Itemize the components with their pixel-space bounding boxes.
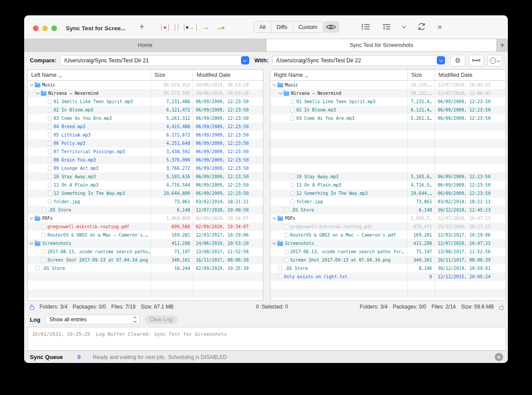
folder-row[interactable]: PDFs1,045,7…12/07/2020, 10:47:23 bbox=[270, 214, 506, 223]
file-row[interactable]: folder.jpg73,86103/02/2014, 18:21:11 bbox=[270, 198, 506, 206]
empty-row bbox=[270, 147, 506, 156]
file-row[interactable]: 08 Drain You.mp35,376,00006/09/2009, 12:… bbox=[28, 156, 263, 164]
file-row[interactable]: 12 Something In The Way.mp329,644,…06/09… bbox=[270, 189, 506, 198]
folder-row[interactable]: Music85,579,91324/06/2019, 20:53:20 bbox=[28, 81, 263, 89]
file-row[interactable]: 06 Polly.mp34,251,64806/09/2009, 12:23:5… bbox=[28, 139, 263, 147]
file-row[interactable]: gregsowell-mikrotik-routing.pdf876,47115… bbox=[270, 223, 506, 231]
left-path-dropdown-button[interactable] bbox=[241, 56, 249, 65]
file-row[interactable]: Screen Shot 2017-09-13 at 07.04.34.png34… bbox=[270, 256, 506, 264]
tab-active-document[interactable]: Sync Test for Screenshots bbox=[266, 39, 496, 51]
add-document-button[interactable]: + bbox=[139, 22, 144, 32]
close-queue-button[interactable]: × bbox=[495, 353, 503, 361]
file-row[interactable]: 2017-08-13, xcode runtime search paths…7… bbox=[28, 248, 263, 256]
file-row[interactable]: 03 Come As You Are.mp35,261,3…06/09/2009… bbox=[270, 114, 506, 122]
file-icon bbox=[48, 149, 52, 154]
file-row[interactable]: Only exists on right.txt012/12/2015, 20:… bbox=[270, 273, 506, 281]
left-size-column-header[interactable]: Size bbox=[151, 70, 193, 80]
item-size: 4,716,5… bbox=[407, 181, 435, 189]
disclosure-triangle-icon[interactable] bbox=[273, 241, 276, 244]
file-icon bbox=[42, 249, 46, 254]
disclosure-triangle-icon[interactable] bbox=[273, 83, 276, 86]
disclosure-triangle-icon[interactable] bbox=[36, 91, 40, 94]
item-date bbox=[193, 281, 263, 289]
folder-row[interactable]: Screenshots411,29824/06/2019, 20:53:20 bbox=[28, 239, 263, 248]
flat-list-icon[interactable] bbox=[361, 23, 370, 30]
file-row[interactable]: 07 Territorial Pissings.mp33,438,59206/0… bbox=[28, 147, 263, 156]
file-row[interactable]: 01 Smells Like Teen Spirit.mp37,231,4880… bbox=[28, 97, 263, 106]
trial-sync-icon[interactable] bbox=[175, 24, 178, 31]
disclosure-triangle-icon[interactable] bbox=[30, 241, 33, 244]
right-path-field[interactable]: /Users/craig/Sync Tests/Test Dir 22 bbox=[272, 55, 447, 66]
folder-row[interactable]: Nirvana – Nevermind85,573,76524/06/2019,… bbox=[28, 89, 263, 97]
file-row[interactable]: 11 On A Plain.mp34,716,54406/09/2009, 12… bbox=[28, 181, 263, 189]
left-date-column-header[interactable]: Modified Date bbox=[193, 70, 263, 80]
chevron-down-icon[interactable] bbox=[402, 24, 406, 28]
file-row[interactable]: .DS_Store10,24402/09/2020, 19:35:39 bbox=[28, 264, 263, 273]
segment-custom[interactable]: Custom bbox=[293, 22, 323, 32]
folder-row[interactable]: Screenshots411,29812/07/2020, 10:47:23 bbox=[270, 239, 506, 248]
file-row[interactable]: 2017-08-13, xcode runtime search paths f… bbox=[270, 248, 506, 256]
file-row[interactable]: 10 Stay Away.mp35,103,61606/09/2009, 12:… bbox=[28, 172, 263, 181]
disclosure-triangle-icon[interactable] bbox=[273, 216, 276, 219]
lock-closed-icon[interactable] bbox=[30, 306, 34, 310]
segment-diffs[interactable]: Diffs bbox=[271, 22, 293, 32]
segment-all[interactable]: All bbox=[254, 22, 271, 32]
file-row[interactable]: .DS_Store6,14830/12/2019, 12:45:23 bbox=[270, 206, 506, 214]
file-row[interactable]: 12 Something In The Way.mp329,644,80006/… bbox=[28, 189, 263, 198]
file-row[interactable]: .DS_Store6,14812/07/2020, 10:40:50 bbox=[28, 206, 263, 214]
swap-targets-button[interactable]: >=< bbox=[469, 55, 484, 66]
right-path-dropdown-button[interactable] bbox=[437, 56, 445, 65]
disclosure-triangle-icon[interactable] bbox=[30, 83, 33, 86]
left-path-field[interactable]: /Users/craig/Sync Tests/Test Dir 21 bbox=[60, 55, 251, 66]
file-row[interactable]: 09 Lounge Act.mp33,766,27206/09/2009, 12… bbox=[28, 164, 263, 172]
file-row[interactable]: 03 Come As You Are.mp35,261,31206/09/200… bbox=[28, 114, 263, 122]
folder-row[interactable]: Nirvana – Nevermind58,153,…12/07/2020, 1… bbox=[270, 89, 506, 97]
file-row[interactable]: folder.jpg73,86103/02/2014, 18:21:11 bbox=[28, 198, 263, 206]
file-row[interactable]: 11 On A Plain.mp34,716,5…06/09/2009, 12:… bbox=[270, 181, 506, 189]
copy-left-to-right-icon[interactable]: → bbox=[184, 24, 197, 31]
name-cell: Only exists on right.txt bbox=[270, 273, 407, 281]
right-name-column-header[interactable]: Right Name bbox=[270, 70, 407, 80]
log-output[interactable]: 16/01/2021, 10:25:25 Log Buffer Cleared:… bbox=[27, 327, 506, 351]
clear-log-button[interactable]: Clear Log bbox=[145, 315, 177, 324]
zoom-window-button[interactable] bbox=[51, 25, 57, 31]
file-icon bbox=[48, 116, 52, 121]
force-sync-right-icon[interactable]: →» bbox=[216, 24, 225, 31]
more-actions-button[interactable]: … bbox=[487, 55, 502, 66]
file-row[interactable]: .DS_Store8,19630/12/2019, 10:59:01 bbox=[270, 264, 506, 273]
disclosure-triangle-icon[interactable] bbox=[279, 91, 282, 94]
name-cell: gregsowell-mikrotik-routing.pdf bbox=[270, 223, 407, 231]
tab-home[interactable]: Home bbox=[24, 39, 266, 51]
file-row[interactable]: 04 Breed.mp34,415,48806/09/2009, 12:23:5… bbox=[28, 122, 263, 131]
tab-add-button[interactable]: + bbox=[496, 39, 508, 51]
right-date-column-header[interactable]: Modified Date bbox=[435, 70, 506, 80]
name-cell: 02 In Bloom.mp3 bbox=[270, 106, 407, 114]
item-size: 169,281 bbox=[151, 231, 193, 239]
file-row[interactable]: RouterOS & GNS3 on a Mac – Cameron's.pdf… bbox=[270, 231, 506, 239]
file-row[interactable]: RouterOS & GNS3 on a Mac – Cameron's.…16… bbox=[28, 231, 263, 239]
minimize-window-button[interactable] bbox=[42, 25, 48, 31]
refresh-icon[interactable] bbox=[417, 22, 426, 31]
file-row[interactable]: 10 Stay Away.mp35,103,6…06/09/2009, 12:2… bbox=[270, 172, 506, 181]
hierarchical-list-icon[interactable] bbox=[382, 23, 391, 30]
lock-open-icon[interactable] bbox=[499, 306, 503, 310]
left-name-column-header[interactable]: Left Name bbox=[28, 70, 151, 80]
file-row[interactable]: Screen Shot 2017-09-13 at 07.04.34.png34… bbox=[28, 256, 263, 264]
file-row[interactable]: 02 In Bloom.mp36,121,47206/09/2009, 12:2… bbox=[28, 106, 263, 114]
folder-row[interactable]: PDFs1,068,86902/09/2020, 19:34:07 bbox=[28, 214, 263, 223]
sync-right-arrow-icon[interactable]: → bbox=[202, 23, 210, 31]
log-filter-popup[interactable]: Show all entries bbox=[45, 315, 140, 324]
close-window-button[interactable] bbox=[33, 25, 39, 31]
disclosure-triangle-icon[interactable] bbox=[30, 216, 33, 219]
file-row[interactable]: gregsowell-mikrotik-routing.pdf899,58802… bbox=[28, 223, 263, 231]
preview-eye-button[interactable] bbox=[323, 21, 339, 33]
options-gear-button[interactable]: ⚙ bbox=[450, 55, 465, 66]
file-row[interactable]: 02 In Bloom.mp36,121,4…06/09/2009, 12:23… bbox=[270, 106, 506, 114]
file-row[interactable]: 01 Smells Like Teen Spirit.mp37,231,4…06… bbox=[270, 97, 506, 106]
cancel-sync-icon[interactable]: × bbox=[161, 24, 169, 31]
file-row[interactable]: 05 Lithium.mp36,172,67206/09/2009, 12:23… bbox=[28, 131, 263, 139]
toolbar-overflow-icon[interactable]: » bbox=[438, 23, 442, 30]
right-size-column-header[interactable]: Size bbox=[407, 70, 435, 80]
item-date: 24/06/2019, 20:53:20 bbox=[193, 89, 263, 97]
folder-row[interactable]: Music58,159,…12/07/2020, 10:43:23 bbox=[270, 81, 506, 89]
